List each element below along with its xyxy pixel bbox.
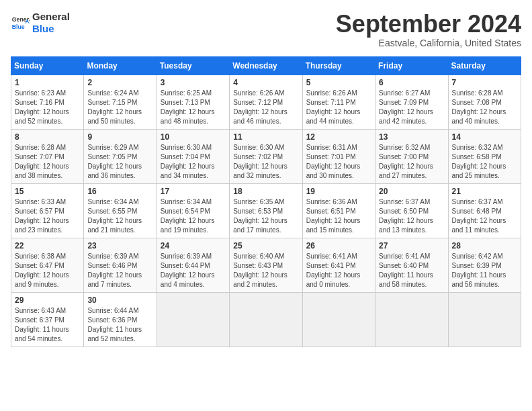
day-number: 11 — [233, 132, 298, 142]
day-number: 10 — [161, 132, 226, 142]
calendar-cell: 15Sunrise: 6:33 AMSunset: 6:57 PMDayligh… — [11, 183, 84, 238]
weekday-header-monday: Monday — [84, 56, 157, 75]
title-area: September 2024 Eastvale, California, Uni… — [336, 11, 521, 48]
weekday-header-row: SundayMondayTuesdayWednesdayThursdayFrid… — [11, 56, 521, 75]
calendar-week-row: 22Sunrise: 6:38 AMSunset: 6:47 PMDayligh… — [11, 238, 521, 292]
location-subtitle: Eastvale, California, United States — [336, 38, 521, 48]
calendar-cell: 9Sunrise: 6:29 AMSunset: 7:05 PMDaylight… — [84, 129, 157, 183]
day-number: 25 — [233, 241, 298, 250]
day-number: 18 — [233, 187, 298, 196]
day-number: 7 — [452, 78, 517, 87]
day-info: Sunrise: 6:42 AMSunset: 6:39 PMDaylight:… — [452, 252, 517, 289]
day-info: Sunrise: 6:32 AMSunset: 6:58 PMDaylight:… — [452, 143, 517, 181]
logo: General Blue General Blue — [11, 11, 70, 35]
calendar-cell: 2Sunrise: 6:24 AMSunset: 7:15 PMDaylight… — [84, 75, 157, 129]
svg-text:Blue: Blue — [12, 24, 25, 30]
day-number: 24 — [161, 241, 226, 250]
day-number: 13 — [379, 132, 444, 142]
calendar-cell: 27Sunrise: 6:41 AMSunset: 6:40 PMDayligh… — [375, 238, 448, 292]
calendar-cell — [157, 292, 229, 347]
day-info: Sunrise: 6:27 AMSunset: 7:09 PMDaylight:… — [379, 89, 444, 126]
calendar-cell: 17Sunrise: 6:34 AMSunset: 6:54 PMDayligh… — [157, 183, 229, 238]
calendar-cell: 12Sunrise: 6:31 AMSunset: 7:01 PMDayligh… — [302, 129, 375, 183]
day-number: 21 — [452, 187, 517, 196]
weekday-header-wednesday: Wednesday — [230, 56, 302, 75]
day-number: 3 — [161, 78, 226, 87]
day-info: Sunrise: 6:25 AMSunset: 7:13 PMDaylight:… — [161, 89, 226, 126]
calendar-cell: 4Sunrise: 6:26 AMSunset: 7:12 PMDaylight… — [230, 75, 302, 129]
day-info: Sunrise: 6:28 AMSunset: 7:08 PMDaylight:… — [452, 89, 517, 126]
day-info: Sunrise: 6:30 AMSunset: 7:04 PMDaylight:… — [161, 143, 226, 181]
day-info: Sunrise: 6:37 AMSunset: 6:50 PMDaylight:… — [379, 197, 444, 235]
day-info: Sunrise: 6:41 AMSunset: 6:40 PMDaylight:… — [379, 252, 444, 289]
logo-text-general: General — [32, 11, 70, 23]
day-info: Sunrise: 6:35 AMSunset: 6:53 PMDaylight:… — [233, 197, 298, 235]
day-info: Sunrise: 6:32 AMSunset: 7:00 PMDaylight:… — [379, 143, 444, 181]
day-number: 2 — [87, 78, 152, 87]
calendar-cell: 28Sunrise: 6:42 AMSunset: 6:39 PMDayligh… — [448, 238, 521, 292]
day-info: Sunrise: 6:30 AMSunset: 7:02 PMDaylight:… — [233, 143, 298, 181]
weekday-header-thursday: Thursday — [302, 56, 375, 75]
calendar-cell: 13Sunrise: 6:32 AMSunset: 7:00 PMDayligh… — [375, 129, 448, 183]
day-info: Sunrise: 6:26 AMSunset: 7:11 PMDaylight:… — [306, 89, 371, 126]
day-info: Sunrise: 6:34 AMSunset: 6:54 PMDaylight:… — [161, 197, 226, 235]
day-number: 30 — [87, 295, 152, 305]
day-number: 9 — [87, 132, 152, 142]
calendar-cell: 19Sunrise: 6:36 AMSunset: 6:51 PMDayligh… — [302, 183, 375, 238]
day-info: Sunrise: 6:33 AMSunset: 6:57 PMDaylight:… — [15, 197, 80, 235]
weekday-header-tuesday: Tuesday — [157, 56, 229, 75]
day-info: Sunrise: 6:39 AMSunset: 6:44 PMDaylight:… — [161, 252, 226, 289]
calendar-cell: 24Sunrise: 6:39 AMSunset: 6:44 PMDayligh… — [157, 238, 229, 292]
day-number: 16 — [87, 187, 152, 196]
calendar-cell: 20Sunrise: 6:37 AMSunset: 6:50 PMDayligh… — [375, 183, 448, 238]
weekday-header-saturday: Saturday — [448, 56, 521, 75]
calendar-cell: 8Sunrise: 6:28 AMSunset: 7:07 PMDaylight… — [11, 129, 84, 183]
day-info: Sunrise: 6:28 AMSunset: 7:07 PMDaylight:… — [15, 143, 80, 181]
day-number: 28 — [452, 241, 517, 250]
calendar-cell: 3Sunrise: 6:25 AMSunset: 7:13 PMDaylight… — [157, 75, 229, 129]
calendar-week-row: 8Sunrise: 6:28 AMSunset: 7:07 PMDaylight… — [11, 129, 521, 183]
day-number: 29 — [15, 295, 80, 305]
day-info: Sunrise: 6:29 AMSunset: 7:05 PMDaylight:… — [87, 143, 152, 181]
day-info: Sunrise: 6:31 AMSunset: 7:01 PMDaylight:… — [306, 143, 371, 181]
logo-text-blue: Blue — [32, 23, 70, 35]
day-number: 22 — [15, 241, 80, 250]
day-number: 17 — [161, 187, 226, 196]
day-info: Sunrise: 6:37 AMSunset: 6:48 PMDaylight:… — [452, 197, 517, 235]
day-info: Sunrise: 6:34 AMSunset: 6:55 PMDaylight:… — [87, 197, 152, 235]
day-info: Sunrise: 6:23 AMSunset: 7:16 PMDaylight:… — [15, 89, 80, 126]
day-number: 14 — [452, 132, 517, 142]
calendar-cell: 21Sunrise: 6:37 AMSunset: 6:48 PMDayligh… — [448, 183, 521, 238]
day-number: 20 — [379, 187, 444, 196]
calendar-cell: 11Sunrise: 6:30 AMSunset: 7:02 PMDayligh… — [230, 129, 302, 183]
page-header: General Blue General Blue September 2024… — [11, 11, 521, 48]
day-number: 19 — [306, 187, 371, 196]
svg-text:General: General — [12, 16, 30, 23]
day-number: 15 — [15, 187, 80, 196]
calendar-cell — [448, 292, 521, 347]
calendar-cell: 10Sunrise: 6:30 AMSunset: 7:04 PMDayligh… — [157, 129, 229, 183]
weekday-header-sunday: Sunday — [11, 56, 84, 75]
calendar-cell: 7Sunrise: 6:28 AMSunset: 7:08 PMDaylight… — [448, 75, 521, 129]
logo-icon: General Blue — [11, 13, 30, 32]
day-number: 6 — [379, 78, 444, 87]
day-info: Sunrise: 6:38 AMSunset: 6:47 PMDaylight:… — [15, 252, 80, 289]
weekday-header-friday: Friday — [375, 56, 448, 75]
calendar-cell: 5Sunrise: 6:26 AMSunset: 7:11 PMDaylight… — [302, 75, 375, 129]
calendar-cell: 29Sunrise: 6:43 AMSunset: 6:37 PMDayligh… — [11, 292, 84, 347]
day-info: Sunrise: 6:41 AMSunset: 6:41 PMDaylight:… — [306, 252, 371, 289]
calendar-cell: 18Sunrise: 6:35 AMSunset: 6:53 PMDayligh… — [230, 183, 302, 238]
calendar-cell: 26Sunrise: 6:41 AMSunset: 6:41 PMDayligh… — [302, 238, 375, 292]
calendar-cell: 25Sunrise: 6:40 AMSunset: 6:43 PMDayligh… — [230, 238, 302, 292]
day-info: Sunrise: 6:36 AMSunset: 6:51 PMDaylight:… — [306, 197, 371, 235]
day-number: 4 — [233, 78, 298, 87]
day-info: Sunrise: 6:39 AMSunset: 6:46 PMDaylight:… — [87, 252, 152, 289]
calendar-cell: 23Sunrise: 6:39 AMSunset: 6:46 PMDayligh… — [84, 238, 157, 292]
calendar-cell — [230, 292, 302, 347]
calendar-cell: 16Sunrise: 6:34 AMSunset: 6:55 PMDayligh… — [84, 183, 157, 238]
day-info: Sunrise: 6:44 AMSunset: 6:36 PMDaylight:… — [87, 306, 152, 344]
day-number: 8 — [15, 132, 80, 142]
calendar-cell: 1Sunrise: 6:23 AMSunset: 7:16 PMDaylight… — [11, 75, 84, 129]
calendar-week-row: 15Sunrise: 6:33 AMSunset: 6:57 PMDayligh… — [11, 183, 521, 238]
month-title: September 2024 — [336, 11, 521, 38]
